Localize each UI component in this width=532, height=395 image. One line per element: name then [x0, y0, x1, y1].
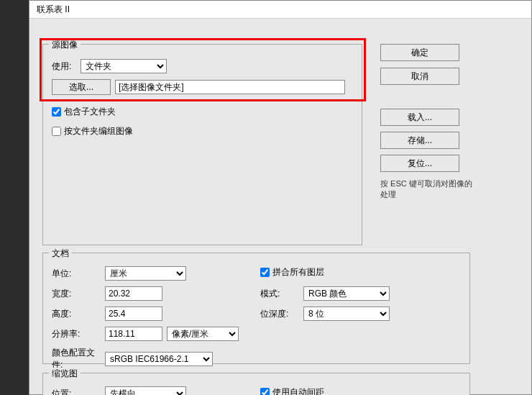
mode-select[interactable]: RGB 颜色 — [303, 286, 390, 301]
placement-select[interactable]: 先横向 — [105, 386, 186, 395]
mode-label: 模式: — [260, 288, 303, 300]
include-subfolders-checkbox[interactable] — [52, 107, 61, 117]
depth-label: 位深度: — [260, 308, 303, 320]
use-select[interactable]: 文件夹 — [81, 59, 167, 73]
load-button[interactable]: 载入... — [380, 109, 459, 126]
auto-spacing-checkbox[interactable] — [260, 388, 270, 395]
path-field: [选择图像文件夹] — [115, 80, 345, 94]
choose-button[interactable]: 选取... — [52, 79, 111, 95]
dialog-window: 联系表 II 源图像 使用: 文件夹 选取... [选择图像文件夹] 包含子文件… — [29, 0, 532, 395]
units-select[interactable]: 厘米 — [105, 266, 186, 281]
auto-spacing-label: 使用自动间距 — [272, 386, 324, 395]
source-legend: 源图像 — [49, 39, 81, 51]
thumbnail-legend: 缩览图 — [49, 368, 81, 380]
width-label: 宽度: — [52, 288, 105, 300]
resolution-units-select[interactable]: 像素/厘米 — [167, 327, 239, 341]
thumbnail-fieldset: 缩览图 位置: 先横向 使用自动间距 — [42, 373, 470, 395]
title-bar: 联系表 II — [29, 1, 531, 19]
window-title: 联系表 II — [37, 4, 70, 14]
placement-label: 位置: — [52, 388, 105, 396]
include-subfolders-label: 包含子文件夹 — [64, 106, 116, 118]
dialog-content: 源图像 使用: 文件夹 选取... [选择图像文件夹] 包含子文件夹 按文件夹编… — [29, 19, 531, 394]
width-input[interactable] — [105, 286, 162, 301]
units-label: 单位: — [52, 268, 105, 280]
group-by-folder-label: 按文件夹编组图像 — [64, 125, 133, 137]
save-button[interactable]: 存储... — [380, 132, 459, 149]
profile-select[interactable]: sRGB IEC61966-2.1 — [105, 352, 213, 366]
resolution-input[interactable] — [105, 327, 162, 341]
flatten-label: 拼合所有图层 — [272, 266, 324, 278]
group-by-folder-checkbox[interactable] — [52, 127, 61, 136]
resolution-label: 分辨率: — [52, 328, 105, 340]
depth-select[interactable]: 8 位 — [303, 307, 390, 321]
flatten-checkbox[interactable] — [260, 268, 270, 277]
document-legend: 文档 — [49, 248, 72, 260]
esc-hint: 按 ESC 键可取消对图像的处理 — [380, 178, 474, 201]
cancel-button[interactable]: 取消 — [380, 68, 459, 85]
reset-button[interactable]: 复位... — [380, 155, 459, 172]
height-input[interactable] — [105, 307, 162, 321]
source-fieldset: 源图像 使用: 文件夹 选取... [选择图像文件夹] 包含子文件夹 按文件夹编… — [42, 44, 362, 245]
use-label: 使用: — [52, 60, 81, 73]
ok-button[interactable]: 确定 — [380, 44, 459, 61]
document-fieldset: 文档 单位: 厘米 宽度: 高度: 分辨率: 像素/厘米 — [42, 253, 470, 364]
height-label: 高度: — [52, 308, 105, 320]
